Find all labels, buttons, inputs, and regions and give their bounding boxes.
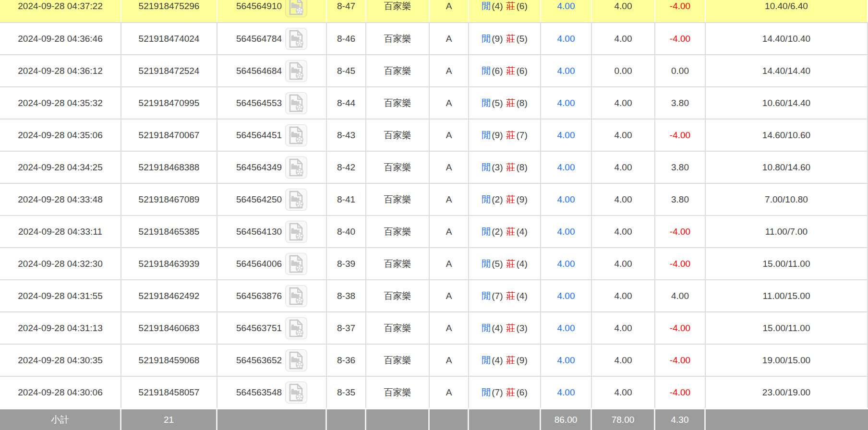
cell-time: 2024-09-28 04:37:22 [0, 0, 121, 22]
footer-cell-zone [430, 409, 469, 430]
cell-zone: A [430, 152, 469, 183]
cell-value: 8-37 [337, 323, 355, 334]
cell-balance: 10.80/14.60 [706, 152, 868, 183]
video-file-icon [288, 0, 304, 15]
cell-value: 4.00 [557, 1, 575, 12]
cell-game: 百家樂 [366, 377, 430, 408]
cell-value: 521918470995 [139, 98, 200, 108]
cell-zone: A [430, 55, 469, 86]
round-id-value: 564564910 [236, 1, 282, 12]
bet-row[interactable]: 2024-09-28 04:35:32521918470995564564553… [0, 86, 868, 119]
cell-value: A [446, 1, 452, 12]
video-file-icon [288, 94, 304, 112]
cell-bet-id: 521918470995 [121, 87, 217, 119]
cell-bet-amount: 4.00 [592, 345, 655, 376]
bet-row[interactable]: 2024-09-28 04:36:46521918474024564564784… [0, 22, 868, 54]
cell-value: 521918475296 [139, 1, 200, 12]
bet-row[interactable]: 2024-09-28 04:34:25521918468388564564349… [0, 151, 868, 183]
banker-points: (3) [517, 323, 528, 334]
cell-value: 8-35 [337, 387, 355, 398]
cell-value: 4.00 [557, 291, 575, 301]
banker-label: 莊 [506, 129, 516, 142]
cell-zone: A [430, 377, 469, 408]
cell-value: 4.00 [557, 34, 575, 44]
cell-bet-id: 521918475296 [121, 0, 217, 22]
bet-row[interactable]: 2024-09-28 04:37:22521918475296564564910… [0, 0, 868, 22]
cell-bet-id: 521918462492 [121, 280, 217, 311]
video-replay-button[interactable] [285, 60, 307, 82]
cell-value: 0.00 [671, 66, 689, 76]
cell-bet-amount: 4.00 [592, 0, 655, 22]
banker-label: 莊 [506, 258, 516, 270]
banker-points: (6) [517, 1, 528, 12]
bet-row[interactable]: 2024-09-28 04:30:06521918458057564563548… [0, 376, 868, 408]
video-replay-button[interactable] [285, 349, 307, 371]
footer-cell-result [469, 409, 541, 430]
cell-valid-bet: 4.00 [541, 216, 592, 247]
cell-valid-bet: 4.00 [541, 87, 592, 119]
cell-value: 4.00 [615, 34, 632, 44]
cell-bet-id: 521918458057 [121, 377, 217, 408]
banker-label: 莊 [506, 0, 516, 12]
cell-time: 2024-09-28 04:34:25 [0, 152, 121, 183]
player-points: (9) [492, 130, 503, 141]
video-replay-button[interactable] [285, 92, 307, 114]
cell-result: 閒(5)莊(8) [469, 87, 541, 119]
cell-time: 2024-09-28 04:30:06 [0, 377, 121, 408]
cell-value: 4.00 [615, 291, 632, 301]
video-replay-button[interactable] [285, 285, 307, 307]
player-label: 閒 [482, 386, 491, 399]
bet-row[interactable]: 2024-09-28 04:30:35521918459068564563652… [0, 344, 868, 376]
player-points: (4) [492, 1, 503, 12]
cell-time: 2024-09-28 04:33:48 [0, 184, 121, 215]
footer-value: 86.00 [555, 415, 578, 425]
bet-row[interactable]: 2024-09-28 04:32:30521918463939564564006… [0, 247, 868, 279]
bet-row[interactable]: 2024-09-28 04:31:55521918462492564563876… [0, 279, 868, 311]
cell-value: 百家樂 [384, 65, 411, 77]
video-replay-button[interactable] [285, 124, 307, 146]
cell-valid-bet: 4.00 [541, 248, 592, 279]
cell-valid-bet: 4.00 [541, 345, 592, 376]
video-replay-button[interactable] [285, 189, 307, 211]
footer-value: 4.30 [671, 415, 689, 425]
bet-row[interactable]: 2024-09-28 04:31:13521918460683564563751… [0, 311, 868, 344]
video-replay-button[interactable] [285, 221, 307, 243]
cell-value: 2024-09-28 04:35:32 [18, 98, 102, 108]
cell-table-round: 8-45 [327, 55, 366, 86]
cell-balance: 23.00/19.00 [706, 377, 868, 408]
cell-zone: A [430, 23, 469, 54]
banker-points: (9) [517, 355, 528, 366]
video-replay-button[interactable] [285, 28, 307, 50]
footer-cell-round-id [217, 409, 327, 430]
cell-balance: 14.60/10.60 [706, 119, 868, 151]
cell-value: 11.00/7.00 [765, 227, 808, 237]
round-id-value: 564564684 [236, 66, 282, 76]
cell-balance: 11.00/7.00 [706, 216, 868, 247]
video-replay-button[interactable] [285, 317, 307, 339]
cell-value: 14.60/10.60 [762, 130, 810, 141]
bet-row[interactable]: 2024-09-28 04:33:48521918467089564564250… [0, 183, 868, 215]
player-points: (9) [492, 34, 503, 44]
cell-balance: 14.40/14.40 [706, 55, 868, 86]
video-replay-button[interactable] [285, 156, 307, 179]
bet-row[interactable]: 2024-09-28 04:33:11521918465385564564130… [0, 215, 868, 247]
cell-table-round: 8-40 [327, 216, 366, 247]
video-replay-button[interactable] [285, 0, 307, 17]
cell-value: 百家樂 [384, 354, 411, 367]
banker-points: (6) [517, 66, 528, 76]
cell-table-round: 8-44 [327, 87, 366, 119]
cell-time: 2024-09-28 04:36:46 [0, 23, 121, 54]
bet-row[interactable]: 2024-09-28 04:35:06521918470067564564451… [0, 119, 868, 151]
footer-cell-time: 小計 [0, 409, 121, 430]
bet-row[interactable]: 2024-09-28 04:36:12521918472524564564684… [0, 54, 868, 86]
cell-result: 閒(3)莊(8) [469, 152, 541, 183]
player-points: (5) [492, 98, 503, 108]
video-replay-button[interactable] [285, 382, 307, 404]
cell-time: 2024-09-28 04:31:13 [0, 312, 121, 344]
cell-valid-bet: 4.00 [541, 312, 592, 344]
cell-bet-id: 521918465385 [121, 216, 217, 247]
cell-value: 4.00 [557, 387, 575, 398]
video-replay-button[interactable] [285, 253, 307, 275]
banker-label: 莊 [506, 322, 516, 334]
cell-zone: A [430, 184, 469, 215]
